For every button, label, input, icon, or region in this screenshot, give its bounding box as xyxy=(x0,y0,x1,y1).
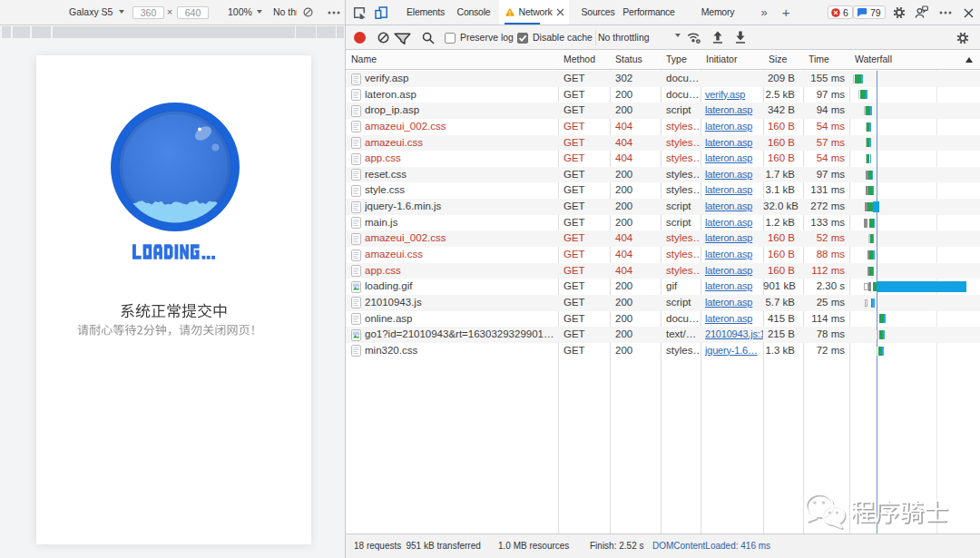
initiator-link[interactable]: lateron.asp xyxy=(705,137,752,148)
export-har-icon[interactable] xyxy=(735,31,746,44)
request-row[interactable]: amazeui.cssGET404styles…lateron.asp160 B… xyxy=(346,247,980,263)
toggle-device-toolbar-icon[interactable] xyxy=(375,6,387,19)
chevron-down-icon[interactable] xyxy=(675,34,681,37)
request-name[interactable]: 21010943.js xyxy=(365,295,557,311)
media-query-segment[interactable] xyxy=(32,26,52,38)
request-row[interactable]: loading.gifGET200giflateron.asp901 kB2.3… xyxy=(346,279,980,295)
request-name[interactable]: amazeui_002.css xyxy=(365,230,557,247)
request-row[interactable]: main.jsGET200scriptlateron.asp1.2 kB133 … xyxy=(346,215,980,231)
media-query-segment[interactable] xyxy=(317,26,336,38)
media-query-segment[interactable] xyxy=(53,26,295,38)
initiator-link[interactable]: verify.asp xyxy=(705,89,745,100)
request-name[interactable]: online.asp xyxy=(365,311,557,328)
initiator-link[interactable]: 21010943.js:1 xyxy=(705,328,763,339)
search-icon[interactable] xyxy=(422,32,435,44)
request-row[interactable]: amazeui_002.cssGET404styles…lateron.asp1… xyxy=(346,230,980,247)
initiator-link[interactable]: lateron.asp xyxy=(705,280,752,291)
initiator-link[interactable]: lateron.asp xyxy=(705,169,752,180)
request-row[interactable]: app.cssGET404styles…lateron.asp160 B54 m… xyxy=(346,151,980,167)
request-name[interactable]: reset.css xyxy=(365,167,557,183)
initiator-link[interactable]: lateron.asp xyxy=(705,265,752,276)
initiator-link[interactable]: lateron.asp xyxy=(705,217,752,228)
preserve-log-label[interactable]: Preserve log xyxy=(460,25,514,49)
column-header-type[interactable]: Type xyxy=(661,50,701,69)
initiator-link[interactable]: lateron.asp xyxy=(705,297,752,308)
request-name[interactable]: app.css xyxy=(365,151,557,167)
device-height-input[interactable]: 640 xyxy=(177,6,209,19)
initiator-link[interactable]: lateron.asp xyxy=(705,201,752,211)
block-icon[interactable] xyxy=(303,7,313,17)
request-name[interactable]: lateron.asp xyxy=(365,87,557,103)
initiator-link[interactable]: lateron.asp xyxy=(705,249,752,259)
request-row[interactable]: drop_ip.aspGET200scriptlateron.asp342 B9… xyxy=(346,103,980,119)
media-query-segment[interactable] xyxy=(13,26,31,38)
add-tab-icon[interactable]: + xyxy=(782,0,790,24)
throttling-select[interactable]: No throttling xyxy=(273,0,297,24)
request-name[interactable]: amazeui.css xyxy=(365,135,557,152)
media-query-segment[interactable] xyxy=(337,26,344,38)
media-query-segment[interactable] xyxy=(296,26,316,38)
request-row[interactable]: app.cssGET404styles…lateron.asp160 B112 … xyxy=(346,263,980,279)
import-har-icon[interactable] xyxy=(712,31,723,44)
request-name[interactable]: amazeui_002.css xyxy=(365,119,557,135)
media-query-bar[interactable] xyxy=(0,26,345,38)
initiator-link[interactable]: lateron.asp xyxy=(705,104,752,115)
filter-icon[interactable] xyxy=(394,33,411,44)
column-header-method[interactable]: Method xyxy=(558,50,610,69)
tab-console[interactable]: Console xyxy=(457,0,491,24)
more-options-icon[interactable] xyxy=(939,11,952,15)
request-row[interactable]: go1?id=21010943&rt=1630329329901&rl=3…GE… xyxy=(346,327,980,343)
domcontentloaded-time[interactable]: DOMContentLoaded: 416 ms xyxy=(652,534,770,558)
column-header-waterfall[interactable]: Waterfall xyxy=(849,50,980,69)
request-name[interactable]: drop_ip.asp xyxy=(365,103,557,119)
tab-performance[interactable]: Performance xyxy=(622,0,674,24)
close-devtools-icon[interactable] xyxy=(964,8,974,18)
request-name[interactable]: main.js xyxy=(365,215,557,231)
tab-close-icon[interactable] xyxy=(556,8,564,16)
request-name[interactable]: loading.gif xyxy=(365,279,557,295)
column-header-status[interactable]: Status xyxy=(610,50,661,69)
more-options-icon[interactable] xyxy=(328,11,340,15)
media-query-segment[interactable] xyxy=(2,26,11,38)
error-badge[interactable]: 6 xyxy=(828,5,853,19)
request-row[interactable]: amazeui.cssGET404styles…lateron.asp160 B… xyxy=(346,135,980,152)
tab-memory[interactable]: Memory xyxy=(701,0,734,24)
request-name[interactable]: min320.css xyxy=(365,343,557,359)
initiator-link[interactable]: lateron.asp xyxy=(705,313,752,324)
inspect-element-icon[interactable] xyxy=(353,6,366,19)
more-tabs-icon[interactable]: » xyxy=(761,0,768,24)
request-name[interactable]: style.css xyxy=(365,182,557,199)
column-header-size[interactable]: Size xyxy=(763,50,803,69)
column-header-time[interactable]: Time xyxy=(803,50,849,69)
request-name[interactable]: amazeui.css xyxy=(365,247,557,263)
column-header-name[interactable]: Name xyxy=(346,50,558,69)
device-select[interactable]: Galaxy S5 xyxy=(69,0,124,24)
disable-cache-label[interactable]: Disable cache xyxy=(533,25,593,49)
request-row[interactable]: reset.cssGET200styles…lateron.asp1.7 kB9… xyxy=(346,167,980,183)
request-row[interactable]: style.cssGET200styles…lateron.asp3.1 kB1… xyxy=(346,182,980,199)
throttling-select[interactable]: No throttling xyxy=(598,25,650,49)
tab-network[interactable]: Network xyxy=(519,0,553,24)
feedback-icon[interactable] xyxy=(915,5,928,19)
initiator-link[interactable]: lateron.asp xyxy=(705,121,752,132)
request-name[interactable]: verify.asp xyxy=(365,71,557,87)
tab-sources[interactable]: Sources xyxy=(582,0,615,24)
request-row[interactable]: online.aspGET200docu…lateron.asp415 B114… xyxy=(346,311,980,328)
column-header-initiator[interactable]: Initiator xyxy=(701,50,763,69)
request-row[interactable]: jquery-1.6.min.jsGET200scriptlateron.asp… xyxy=(346,199,980,215)
initiator-link[interactable]: lateron.asp xyxy=(705,232,752,243)
clear-icon[interactable] xyxy=(377,32,389,44)
request-name[interactable]: go1?id=21010943&rt=1630329329901&rl=3… xyxy=(365,327,557,343)
tab-elements[interactable]: Elements xyxy=(407,0,445,24)
zoom-select[interactable]: 100% xyxy=(228,0,262,24)
request-name[interactable]: app.css xyxy=(365,263,557,279)
settings-gear-icon[interactable] xyxy=(893,6,906,19)
request-row[interactable]: min320.cssGET200styles…jquery-1.6…1.3 kB… xyxy=(346,343,980,359)
disable-cache-checkbox[interactable] xyxy=(517,33,528,44)
request-row[interactable]: 21010943.jsGET200scriptlateron.asp5.7 kB… xyxy=(346,295,980,311)
request-row[interactable]: amazeui_002.cssGET404styles…lateron.asp1… xyxy=(346,119,980,135)
network-conditions-icon[interactable] xyxy=(687,31,701,44)
initiator-link[interactable]: jquery-1.6… xyxy=(705,345,758,356)
request-row[interactable]: lateron.aspGET200docu…verify.asp2.5 kB97… xyxy=(346,87,980,103)
request-row[interactable]: verify.aspGET302docu…209 B155 ms xyxy=(346,71,980,87)
